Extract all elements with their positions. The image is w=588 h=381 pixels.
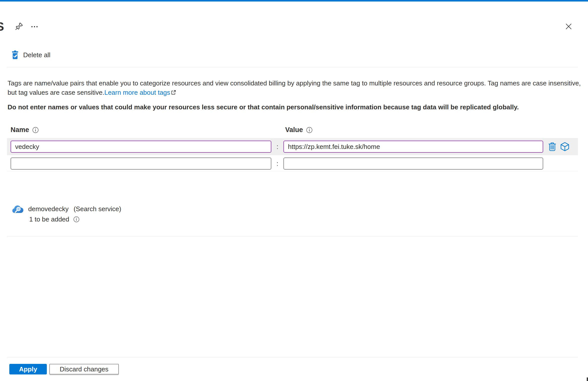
delete-all-label: Delete all: [23, 51, 50, 59]
apply-button[interactable]: Apply: [9, 364, 47, 374]
tag-name-input[interactable]: [11, 157, 271, 170]
resource-status: 1 to be added: [29, 215, 69, 223]
discard-changes-button[interactable]: Discard changes: [49, 364, 119, 374]
name-value-separator: :: [271, 143, 283, 151]
top-accent-bar: [0, 0, 588, 2]
resource-item: demovedecky(Search service) 1 to be adde…: [12, 204, 121, 223]
resource-name-line: demovedecky(Search service): [28, 205, 121, 213]
name-header-label: Name: [11, 126, 29, 134]
resource-name: demovedecky: [28, 205, 68, 213]
external-link-icon: [171, 90, 176, 95]
info-icon[interactable]: [32, 127, 39, 133]
trash-icon: [548, 142, 557, 151]
close-icon: [564, 22, 573, 31]
tag-value-input[interactable]: [283, 157, 543, 170]
divider: [7, 171, 578, 171]
tag-name-input[interactable]: [11, 141, 271, 153]
window-corner-artifact: [587, 377, 588, 381]
page-title: S: [0, 20, 4, 34]
search-service-icon: [12, 204, 24, 223]
info-icon[interactable]: [306, 127, 313, 133]
description-text: Tags are name/value pairs that enable yo…: [8, 79, 581, 96]
value-header-label: Value: [285, 126, 303, 134]
tags-blade: S: [0, 0, 588, 381]
cube-icon: [560, 142, 570, 152]
security-warning-text: Do not enter names or values that could …: [8, 103, 582, 111]
tag-row: :: [7, 138, 578, 155]
resource-type: (Search service): [74, 205, 121, 213]
pin-button[interactable]: [15, 22, 24, 31]
tags-description: Tags are name/value pairs that enable yo…: [8, 79, 582, 97]
more-options-button[interactable]: [30, 22, 40, 31]
tag-value-input[interactable]: [283, 141, 543, 153]
value-column-header: Value: [285, 126, 313, 134]
learn-more-link[interactable]: Learn more about tags: [104, 89, 170, 96]
close-blade-button[interactable]: [564, 22, 573, 31]
delete-tag-button[interactable]: [548, 142, 557, 151]
divider: [7, 357, 578, 357]
delete-all-button[interactable]: Delete all: [12, 50, 50, 59]
resource-status-line: 1 to be added: [29, 215, 121, 223]
delete-all-icon: [12, 50, 19, 59]
resource-scope-button[interactable]: [560, 142, 570, 152]
pin-icon: [15, 22, 24, 31]
info-icon[interactable]: [73, 216, 80, 223]
tag-row: :: [7, 156, 578, 171]
divider: [7, 67, 578, 67]
ellipsis-icon: [30, 22, 40, 31]
name-value-separator: :: [271, 160, 283, 168]
divider: [7, 236, 578, 236]
name-column-header: Name: [11, 126, 39, 134]
